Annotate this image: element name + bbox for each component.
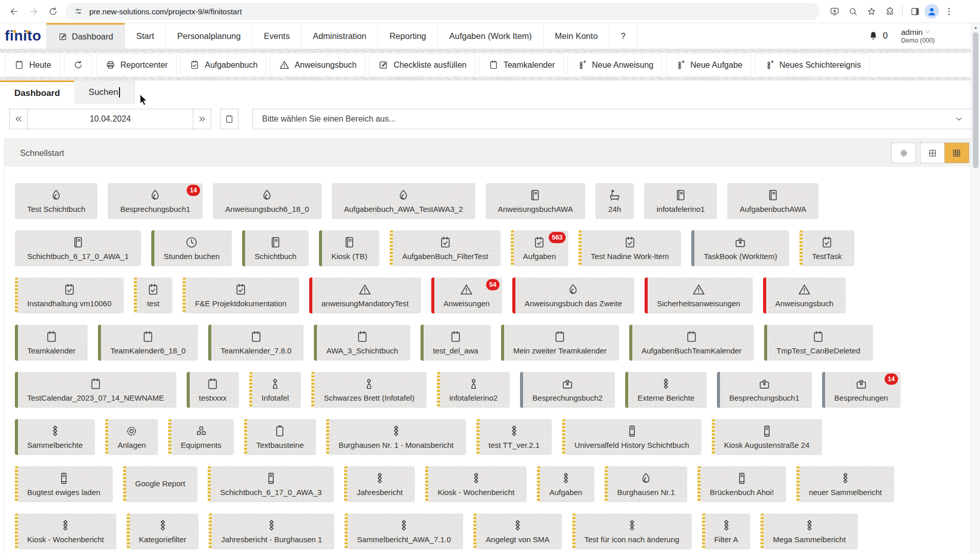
quickstart-tile[interactable]: Jahresbericht - Burghausen 1 xyxy=(209,514,334,549)
nav-item-personalplanung[interactable]: Personalplanung xyxy=(166,23,252,49)
quickstart-tile[interactable]: Instandhaltung vm10060 xyxy=(15,278,124,313)
nav-item-mein-konto[interactable]: Mein Konto xyxy=(543,23,609,49)
quickstart-tile[interactable]: infotafelerino2 xyxy=(437,372,510,408)
back-icon[interactable] xyxy=(5,3,23,20)
quickstart-tile[interactable]: Jahresbericht xyxy=(344,466,415,502)
quickstart-tile[interactable]: Filter A xyxy=(702,514,751,549)
quickstart-tile[interactable]: Kategoriefilter xyxy=(127,514,199,549)
quickstart-tile[interactable]: test TT_ver.2.1 xyxy=(476,419,552,455)
quickstart-tile[interactable]: 24h xyxy=(595,183,634,219)
gear-view-button[interactable] xyxy=(891,143,916,163)
user-menu[interactable]: admin Demo (000) xyxy=(901,28,935,44)
quickstart-tile[interactable]: Kiosk - Wochenbericht xyxy=(15,514,116,549)
quickstart-tile[interactable]: Kiosk Augustenstraße 24 xyxy=(712,419,822,455)
finito-logo[interactable]: finito xyxy=(0,23,46,49)
quickstart-tile[interactable]: AWA_3_Schichtbuch xyxy=(314,325,410,361)
quickstart-tile[interactable]: TestTask xyxy=(799,230,854,266)
quickstart-tile[interactable]: anweisungMandatoryTest xyxy=(309,278,421,313)
vertical-scrollbar[interactable]: ▲ xyxy=(971,23,980,553)
quickstart-tile[interactable]: Sammelbericht_AWA_7.1.0 xyxy=(345,514,463,549)
quickstart-tile[interactable]: test_del_awa xyxy=(421,325,490,361)
quickstart-tile[interactable]: Sammelberichte xyxy=(15,419,95,455)
profile-avatar-icon[interactable] xyxy=(925,4,939,18)
install-icon[interactable] xyxy=(826,3,843,20)
quickstart-tile[interactable]: Aufgabenbuch_AWA_TestAWA3_2 xyxy=(332,183,475,219)
quickstart-tile[interactable]: Schichtbuch_6_17_0_AWA_3 xyxy=(208,466,334,502)
quickstart-tile[interactable]: AufgabenBuchTeamKalender xyxy=(629,325,754,361)
nav-item-administration[interactable]: Administration xyxy=(301,23,378,49)
quickstart-tile[interactable]: Equipments xyxy=(168,419,233,455)
notifications-button[interactable]: 0 xyxy=(868,30,888,42)
quickstart-tile[interactable]: F&E Projektdokumentation xyxy=(183,278,298,313)
quickstart-tile[interactable]: TeamKalender_7.8.0 xyxy=(208,325,304,361)
forward-icon[interactable] xyxy=(25,3,42,20)
quickstart-tile[interactable]: Test für icon nach änderung xyxy=(572,514,692,549)
next-date-button[interactable] xyxy=(193,109,211,129)
tab-suchen[interactable]: Suchen xyxy=(74,81,135,104)
nav-item-start[interactable]: Start xyxy=(125,23,166,49)
quickstart-tile[interactable]: Anweisungsbuch xyxy=(763,278,846,313)
quickstart-tile[interactable]: Schichtbuch_6_17_0_AWA_1 xyxy=(15,230,141,266)
quickstart-tile[interactable]: Anweisungsbuch das Zweite xyxy=(512,278,634,313)
quickstart-tile[interactable]: infotafelerino1 xyxy=(644,183,717,219)
quickstart-tile[interactable]: Besprechungsbuch2 xyxy=(520,372,615,408)
quickstart-tile[interactable]: testxxxx xyxy=(187,372,239,408)
quickstart-tile[interactable]: Besprechungsbuch1 xyxy=(717,372,812,408)
quickstart-tile[interactable]: Test Schichtbuch xyxy=(15,183,97,219)
quickstart-tile[interactable]: Anweisungen54 xyxy=(431,278,502,313)
quickstart-tile[interactable]: Brückenbuch Ahoi! xyxy=(697,466,786,502)
zoom-icon[interactable] xyxy=(844,3,862,20)
toolbar-button-heute[interactable]: Heute xyxy=(5,54,60,76)
toolbar-button-aufgabenbuch[interactable]: Aufgabenbuch xyxy=(181,54,266,76)
toolbar-button-neues-schichtereignis[interactable]: Neues Schichtereignis xyxy=(755,54,870,76)
quickstart-tile[interactable]: Kiosk - Wochenbericht xyxy=(425,466,527,502)
nav-item-aufgaben-work-item[interactable]: Aufgaben (Work Item) xyxy=(437,23,543,49)
toolbar-button-neue-aufgabe[interactable]: Neue Aufgabe xyxy=(666,54,751,76)
quickstart-tile[interactable]: Mein zweiter Teamkalender xyxy=(501,325,619,361)
toolbar-button-reportcenter[interactable]: Reportcenter xyxy=(96,54,177,76)
side-panel-icon[interactable] xyxy=(906,3,924,20)
quickstart-tile[interactable]: Burghausen Nr.1 xyxy=(605,466,687,502)
quickstart-tile[interactable]: Besprechungen14 xyxy=(822,372,901,408)
quickstart-tile[interactable]: Schichtbuch xyxy=(242,230,309,266)
toolbar-button-anweisungsbuch[interactable]: Anweisungsbuch xyxy=(270,54,365,76)
quickstart-tile[interactable]: neuer Sammelbericht xyxy=(796,466,894,502)
quickstart-tile[interactable]: Textbausteine xyxy=(244,419,316,455)
quickstart-tile[interactable]: Schwarzes Brett (Infotafel) xyxy=(311,372,427,408)
quickstart-tile[interactable]: TaskBook (WorkItem) xyxy=(691,230,789,266)
date-field[interactable]: 10.04.2024 xyxy=(28,109,193,129)
calendar-picker-button[interactable] xyxy=(220,109,238,129)
scrollbar-thumb[interactable] xyxy=(973,32,978,168)
quickstart-tile[interactable]: AnweisungsbuchAWA xyxy=(486,183,585,219)
quickstart-tile[interactable]: Besprechungsbuch114 xyxy=(108,183,203,219)
bookmark-star-icon[interactable] xyxy=(863,3,880,20)
quickstart-tile[interactable]: Kiosk (TB) xyxy=(319,230,379,266)
toolbar-button-teamkalender[interactable]: Teamkalender xyxy=(479,54,564,76)
quickstart-tile[interactable]: Universalfeld History Schichtbuch xyxy=(562,419,701,455)
nav-item-reporting[interactable]: Reporting xyxy=(377,23,437,49)
nav-item-dashboard[interactable]: Dashboard xyxy=(46,23,125,49)
quickstart-tile[interactable]: Teamkalender xyxy=(15,325,88,361)
quickstart-tile[interactable]: Angelegt von SMA xyxy=(473,514,562,549)
toolbar-button-checkliste-ausfüllen[interactable]: Checkliste ausfüllen xyxy=(369,54,475,76)
grid-2-view-button[interactable] xyxy=(920,143,945,163)
menu-dots-icon[interactable] xyxy=(940,3,957,20)
quickstart-tile[interactable]: Test Nadine Work-Item xyxy=(578,230,681,266)
nav-item-[interactable]: ? xyxy=(609,23,637,49)
area-select[interactable]: Bitte wählen Sie einen Bereich aus... xyxy=(252,109,972,129)
quickstart-tile[interactable]: AufgabenbuchAWA xyxy=(727,183,818,219)
previous-date-button[interactable] xyxy=(9,109,28,129)
quickstart-tile[interactable]: Bugtest ewiges laden xyxy=(15,466,113,502)
toolbar-button-neue-anweisung[interactable]: Neue Anweisung xyxy=(568,54,662,76)
quickstart-tile[interactable]: Mega Sammelbericht xyxy=(761,514,858,549)
quickstart-tile[interactable]: Anlagen xyxy=(105,419,158,455)
quickstart-tile[interactable]: TestCalendar_2023_07_14_NEWNAME xyxy=(15,372,176,408)
extensions-icon[interactable] xyxy=(881,3,898,20)
quickstart-tile[interactable]: TeamKalender6_18_0 xyxy=(98,325,198,361)
quickstart-tile[interactable]: Anweisungsbuch6_18_0 xyxy=(213,183,321,219)
quickstart-tile[interactable]: Externe Berichte xyxy=(625,372,707,408)
site-settings-icon[interactable] xyxy=(73,6,84,17)
quickstart-tile[interactable]: AufgabenBuch_FilterTest xyxy=(390,230,501,266)
quickstart-tile[interactable]: Aufgaben xyxy=(537,466,594,502)
quickstart-tile[interactable]: TmpTest_CanBeDeleted xyxy=(764,325,872,361)
